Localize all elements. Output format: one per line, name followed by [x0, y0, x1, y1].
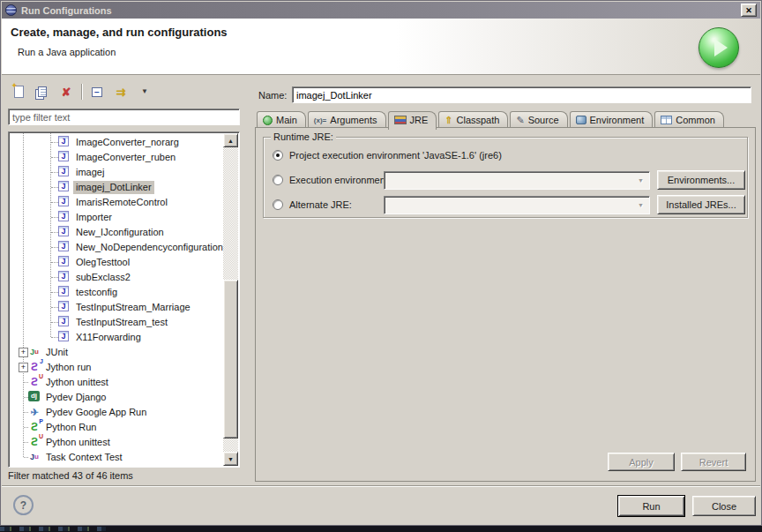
java-app-icon: J — [58, 166, 69, 176]
tree-item[interactable]: JNew_NoDependencyconfiguration — [10, 240, 223, 255]
tree-item[interactable]: JOlegTesttool — [10, 255, 223, 270]
tab-arguments[interactable]: (x)= Arguments — [308, 111, 386, 128]
tree-item-label: Pydev Django — [43, 391, 109, 404]
common-tab-icon — [661, 116, 672, 124]
new-launch-config-button[interactable] — [10, 83, 27, 101]
java-app-icon: J — [58, 331, 69, 341]
tree-item[interactable]: JX11Forwarding — [10, 330, 223, 345]
new-config-icon — [14, 86, 24, 98]
toolbar-separator — [81, 84, 82, 100]
tree-item[interactable]: JTestInputStream_Marriage — [10, 300, 223, 315]
tree-connector — [51, 337, 58, 338]
main-tab-icon — [263, 116, 273, 125]
tab-classpath[interactable]: ⇑ Classpath — [438, 111, 508, 128]
tab-label: Environment — [590, 115, 645, 125]
tab-source[interactable]: ✎ Source — [510, 111, 567, 128]
revert-button[interactable]: Revert — [681, 453, 746, 471]
java-app-icon: J — [58, 196, 69, 206]
environment-tab-icon — [576, 116, 586, 124]
eclipse-icon — [5, 4, 17, 16]
filter-icon: ⇉ — [116, 86, 126, 98]
tree-connector — [51, 262, 58, 263]
execution-environment-label: Execution environment: — [289, 175, 391, 185]
tree-connector — [51, 187, 58, 188]
apply-button[interactable]: Apply — [608, 453, 675, 471]
java-app-icon: J — [58, 136, 69, 146]
java-app-icon: J — [58, 211, 69, 221]
tree-item-label: imagej_DotLinker — [73, 181, 154, 194]
task-context-test-icon: Ju — [28, 451, 41, 463]
tree-item[interactable]: ϩUPython unittest — [10, 435, 223, 450]
header-title: Create, manage, and run configurations — [11, 26, 228, 39]
environments-button[interactable]: Environments... — [657, 170, 745, 190]
tree-item[interactable]: ϩUJython unittest — [10, 375, 223, 390]
tree-item[interactable]: JImporter — [10, 210, 223, 225]
java-app-icon: J — [58, 181, 69, 191]
java-app-icon: J — [58, 301, 69, 311]
taskbar-edge-pixels — [0, 527, 106, 531]
java-app-icon: J — [58, 241, 69, 251]
combo-dropdown-icon[interactable]: ▼ — [633, 173, 648, 188]
title-bar[interactable]: Run Configurations ✕ — [2, 2, 760, 19]
tab-common[interactable]: Common — [654, 111, 724, 128]
tree-item[interactable]: djPydev Django — [10, 390, 223, 405]
source-tab-icon: ✎ — [516, 115, 524, 126]
jython-run-icon: ϩJ — [28, 361, 41, 373]
tab-jre[interactable]: JRE — [388, 111, 437, 130]
toolbar-menu-button[interactable]: ▼ — [136, 83, 153, 101]
tree-item-label: Python unittest — [43, 436, 113, 449]
name-input[interactable] — [292, 86, 751, 103]
filter-input[interactable] — [8, 109, 240, 125]
jre-tab-panel: Runtime JRE: Project execution environme… — [255, 127, 756, 482]
project-execution-env-label: Project execution environment 'JavaSE-1.… — [289, 150, 502, 161]
button-bar-separator — [2, 485, 760, 486]
tree-item[interactable]: JNew_IJconfiguration — [10, 225, 223, 240]
tree-item[interactable]: JuTask Context Test — [10, 450, 223, 465]
runtime-jre-group: Runtime JRE: Project execution environme… — [263, 137, 748, 218]
collapse-all-button[interactable]: − — [88, 83, 106, 101]
help-button[interactable]: ? — [13, 495, 34, 515]
combo-dropdown-icon[interactable]: ▼ — [633, 198, 648, 213]
tree-item[interactable]: Jimagej_DotLinker — [10, 180, 223, 195]
installed-jres-button[interactable]: Installed JREs... — [657, 195, 745, 214]
scroll-up-icon[interactable]: ▲ — [223, 133, 238, 147]
run-button[interactable]: Run — [617, 495, 685, 517]
pydev-google-app-run-icon: ✈ — [28, 406, 41, 418]
expand-toggle-icon[interactable]: + — [19, 348, 28, 357]
duplicate-launch-config-button[interactable] — [34, 83, 51, 101]
tree-item[interactable]: JsubExclass2 — [10, 270, 223, 285]
delete-launch-config-button[interactable]: ✘ — [57, 83, 75, 101]
tree-item-label: OlegTesttool — [73, 256, 132, 269]
tree-item[interactable]: JImageConverter_norarg — [10, 135, 223, 150]
tab-main[interactable]: Main — [257, 111, 306, 128]
tree-item[interactable]: Jtestconfig — [10, 285, 223, 300]
tab-environment[interactable]: Environment — [570, 111, 654, 128]
tree-item-label: JUnit — [43, 346, 71, 359]
tree-item[interactable]: Jimagej — [10, 165, 223, 180]
expand-toggle-icon[interactable]: + — [19, 363, 28, 372]
jre-tab-icon — [394, 116, 407, 124]
tree-scrollbar[interactable]: ▲ ▼ — [223, 133, 238, 466]
tree-item-label: Python Run — [43, 421, 99, 434]
tree-item[interactable]: JImarisRemoteControl — [10, 195, 223, 210]
tree-item-label: ImarisRemoteControl — [73, 196, 170, 209]
alternate-jre-radio[interactable] — [273, 199, 283, 210]
tree-item-label: X11Forwarding — [73, 331, 144, 344]
scrollbar-thumb[interactable] — [223, 280, 238, 438]
close-button[interactable]: Close — [692, 496, 756, 516]
execution-environment-radio[interactable] — [273, 175, 283, 185]
tree-connector — [51, 247, 58, 248]
alternate-jre-combo[interactable]: ▼ — [384, 196, 650, 214]
python-unittest-icon: ϩU — [28, 436, 41, 448]
java-app-icon: J — [58, 256, 69, 266]
close-window-icon[interactable]: ✕ — [741, 4, 757, 17]
execution-environment-combo[interactable]: ▼ — [384, 171, 650, 190]
project-execution-env-radio[interactable] — [273, 150, 283, 161]
tree-item-label: imagej — [73, 166, 107, 179]
arguments-tab-icon: (x)= — [314, 116, 326, 124]
scroll-down-icon[interactable]: ▼ — [223, 452, 238, 466]
filter-configs-button[interactable]: ⇉ — [112, 83, 130, 101]
run-banner-icon — [698, 27, 739, 68]
tree-item[interactable]: JImageConverter_ruben — [10, 150, 223, 165]
tree-item[interactable]: JTestInputStream_test — [10, 315, 223, 330]
